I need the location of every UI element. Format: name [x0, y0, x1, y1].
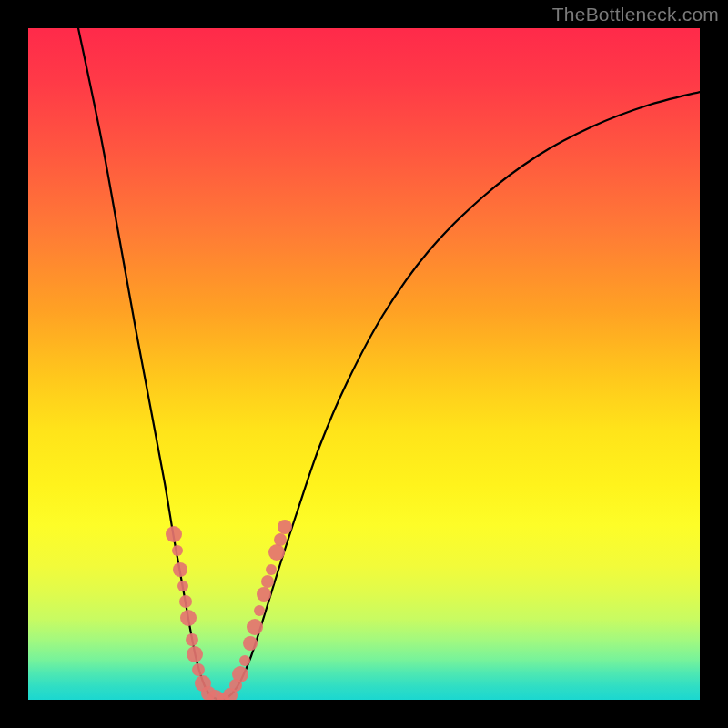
marker-dot [166, 526, 182, 542]
marker-dot [268, 544, 285, 561]
marker-dot [186, 633, 198, 646]
marker-dot [172, 545, 183, 556]
bottleneck-curve [78, 28, 700, 700]
chart-svg [28, 28, 700, 700]
marker-dot [278, 520, 292, 534]
marker-dot [257, 587, 271, 602]
marker-dot [232, 666, 248, 682]
marker-dot [179, 595, 192, 608]
marker-dot [243, 636, 258, 651]
marker-dot [266, 564, 277, 575]
marker-dot [254, 605, 265, 616]
right-marker-group [223, 520, 292, 700]
marker-dot [261, 575, 274, 588]
marker-dot [187, 646, 203, 662]
plot-area [28, 28, 700, 700]
marker-dot [177, 581, 188, 592]
marker-dot [239, 655, 250, 666]
marker-dot [173, 562, 187, 577]
marker-dot [274, 533, 287, 546]
marker-dot [192, 663, 205, 676]
marker-dot [180, 610, 197, 626]
left-marker-group [166, 526, 229, 700]
marker-dot [247, 619, 263, 635]
watermark-text: TheBottleneck.com [552, 4, 719, 25]
